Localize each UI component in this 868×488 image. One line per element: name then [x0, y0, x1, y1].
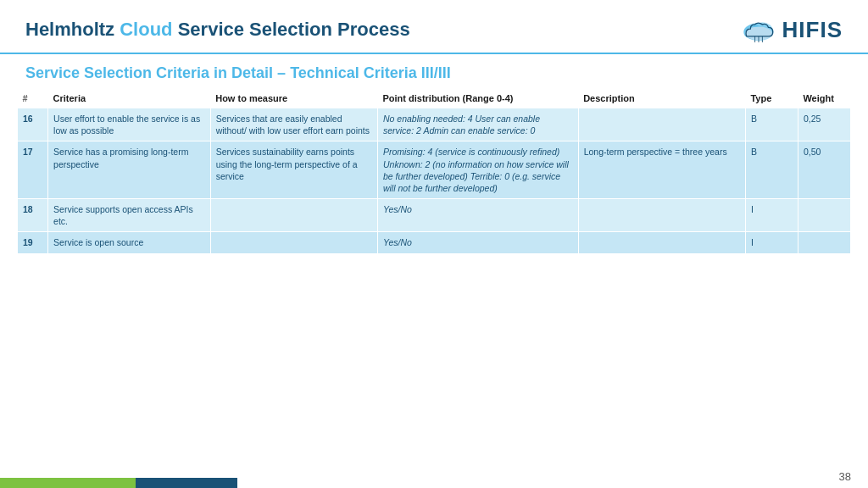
col-header-desc: Description — [578, 89, 745, 108]
table-cell: B — [745, 141, 798, 199]
table-cell: I — [745, 232, 798, 253]
table-cell: 0,25 — [798, 108, 850, 141]
title-part2: Service Selection Process — [173, 19, 410, 40]
table-cell: Services sustainability earns points usi… — [210, 141, 377, 199]
footer-blue-bar — [136, 478, 237, 488]
col-header-num: # — [18, 89, 48, 108]
title-part1: Helmholtz — [25, 19, 120, 40]
table-cell: 17 — [18, 141, 48, 199]
table-cell: Services that are easily enabled without… — [210, 108, 377, 141]
criteria-table: # Criteria How to measure Point distribu… — [17, 89, 851, 254]
table-cell: Yes/No — [377, 232, 578, 253]
header-title: Helmholtz Cloud Service Selection Proces… — [25, 19, 410, 41]
table-row: 16User effort to enable the service is a… — [18, 108, 851, 141]
table-cell: No enabling needed: 4 User can enable se… — [377, 108, 578, 141]
col-header-how: How to measure — [210, 89, 377, 108]
table-cell: 19 — [18, 232, 48, 253]
logo-cloud-icon — [740, 15, 777, 44]
table-cell: 18 — [18, 199, 48, 232]
table-cell: User effort to enable the service is as … — [48, 108, 211, 141]
table-cell — [578, 108, 745, 141]
table-row: 17Service has a promising long-term pers… — [18, 141, 851, 199]
hifis-logo: HIFIS — [740, 15, 843, 44]
footer: 38 — [0, 461, 868, 488]
page-number: 38 — [839, 470, 851, 483]
table-cell: Service supports open access APIs etc. — [48, 199, 211, 232]
table-cell: Service is open source — [48, 232, 211, 253]
table-cell — [798, 232, 850, 253]
col-header-weight: Weight — [798, 89, 850, 108]
table-cell: 16 — [18, 108, 48, 141]
table-cell: B — [745, 108, 798, 141]
table-cell: Promising: 4 (service is continuously re… — [377, 141, 578, 199]
table-cell: I — [745, 199, 798, 232]
table-cell: Yes/No — [377, 199, 578, 232]
col-header-point: Point distribution (Range 0-4) — [377, 89, 578, 108]
slide: Helmholtz Cloud Service Selection Proces… — [0, 0, 868, 488]
col-header-criteria: Criteria — [48, 89, 211, 108]
criteria-table-container: # Criteria How to measure Point distribu… — [0, 89, 868, 254]
table-cell — [210, 199, 377, 232]
table-row: 18Service supports open access APIs etc.… — [18, 199, 851, 232]
table-cell — [578, 232, 745, 253]
table-cell: Long-term perspective = three years — [578, 141, 745, 199]
header: Helmholtz Cloud Service Selection Proces… — [0, 0, 868, 54]
col-header-type: Type — [745, 89, 798, 108]
logo-text: HIFIS — [782, 17, 843, 43]
table-row: 19Service is open sourceYes/NoI — [18, 232, 851, 253]
table-cell: Service has a promising long-term perspe… — [48, 141, 211, 199]
table-cell — [578, 199, 745, 232]
table-cell: 0,50 — [798, 141, 850, 199]
table-cell — [798, 199, 850, 232]
table-cell — [210, 232, 377, 253]
page-subtitle: Service Selection Criteria in Detail – T… — [0, 54, 868, 89]
title-cloud: Cloud — [120, 19, 172, 40]
